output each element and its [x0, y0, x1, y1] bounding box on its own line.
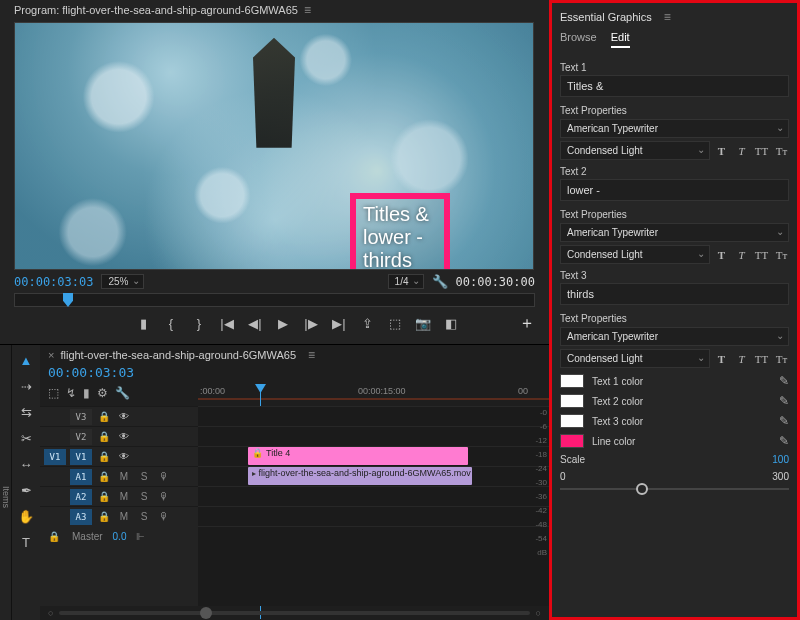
timeline-zoom-scroll[interactable]: ○○	[40, 606, 549, 620]
all-caps-button[interactable]: TT	[754, 353, 769, 365]
track-header-a1[interactable]: A1🔒MS🎙	[40, 466, 198, 486]
snap-icon[interactable]: ⬚	[48, 386, 59, 400]
panel-menu-icon[interactable]: ≡	[304, 4, 311, 16]
all-caps-button[interactable]: TT	[754, 145, 769, 157]
mic-icon[interactable]: 🎙	[156, 511, 172, 522]
text2-color-swatch[interactable]	[560, 394, 584, 408]
clip-title[interactable]: 🔒Title 4	[248, 447, 468, 465]
timeline-timecode[interactable]: 00:00:03:03	[48, 365, 134, 380]
text1-color-swatch[interactable]	[560, 374, 584, 388]
text1-input[interactable]	[560, 75, 789, 97]
razor-tool-icon[interactable]: ✂	[17, 429, 35, 447]
program-monitor[interactable]: Titles & lower - thirds	[14, 22, 534, 270]
zoom-select[interactable]: 25%	[101, 274, 143, 289]
work-area-bar[interactable]	[198, 398, 549, 400]
tab-browse[interactable]: Browse	[560, 31, 597, 48]
track-header-a3[interactable]: A3🔒MS🎙	[40, 506, 198, 526]
track-header-v2[interactable]: V2🔒👁	[40, 426, 198, 446]
eye-icon[interactable]: 👁	[116, 411, 132, 422]
lock-icon[interactable]: 🔒	[96, 451, 112, 462]
meter-icon[interactable]: ⊩	[136, 531, 145, 542]
track-header-a2[interactable]: A2🔒MS🎙	[40, 486, 198, 506]
faux-italic-button[interactable]: T	[734, 249, 749, 261]
step-fwd-button[interactable]: |▶	[302, 316, 320, 331]
go-to-out-button[interactable]: ▶|	[330, 316, 348, 331]
slider-thumb[interactable]	[636, 483, 648, 495]
font-style-select[interactable]: Condensed Light	[560, 245, 710, 264]
lock-icon[interactable]: 🔒	[96, 471, 112, 482]
current-timecode[interactable]: 00:00:03:03	[14, 275, 93, 289]
lift-button[interactable]: ⇪	[358, 316, 376, 331]
lock-icon[interactable]: 🔒	[96, 491, 112, 502]
settings-icon[interactable]: ⚙	[97, 386, 108, 400]
eyedropper-icon[interactable]: ✎	[779, 394, 789, 408]
panel-menu-icon[interactable]: ≡	[308, 349, 315, 361]
faux-bold-button[interactable]: T	[714, 145, 729, 157]
track-select-tool-icon[interactable]: ⇢	[17, 377, 35, 395]
eyedropper-icon[interactable]: ✎	[779, 414, 789, 428]
eyedropper-icon[interactable]: ✎	[779, 374, 789, 388]
lock-icon[interactable]: 🔒	[96, 411, 112, 422]
font-family-select[interactable]: American Typewriter	[560, 119, 789, 138]
faux-italic-button[interactable]: T	[734, 353, 749, 365]
eyedropper-icon[interactable]: ✎	[779, 434, 789, 448]
small-caps-button[interactable]: Tт	[774, 353, 789, 365]
faux-bold-button[interactable]: T	[714, 353, 729, 365]
panel-menu-icon[interactable]: ≡	[664, 11, 671, 23]
title-overlay-text[interactable]: Titles & lower - thirds	[363, 203, 429, 270]
text3-color-swatch[interactable]	[560, 414, 584, 428]
hand-tool-icon[interactable]: ✋	[17, 507, 35, 525]
resolution-select[interactable]: 1/4	[388, 274, 424, 289]
export-frame-button[interactable]: 📷	[414, 316, 432, 331]
zoom-thumb[interactable]	[200, 607, 212, 619]
font-style-select[interactable]: Condensed Light	[560, 141, 710, 160]
lock-icon[interactable]: 🔒	[96, 511, 112, 522]
marker-icon[interactable]: ▮	[83, 386, 90, 400]
button-editor-icon[interactable]: ＋	[519, 313, 535, 334]
lock-icon[interactable]: 🔒	[96, 431, 112, 442]
scale-slider[interactable]	[560, 488, 789, 490]
play-button[interactable]: ▶	[274, 316, 292, 331]
clip-video[interactable]: ▸ flight-over-the-sea-and-ship-aground-6…	[248, 467, 472, 485]
marker-button[interactable]: ▮	[134, 316, 152, 331]
eye-icon[interactable]: 👁	[116, 431, 132, 442]
tab-edit[interactable]: Edit	[611, 31, 630, 48]
sequence-tab[interactable]: × flight-over-the-sea-and-ship-aground-6…	[40, 345, 549, 363]
ripple-tool-icon[interactable]: ⇆	[17, 403, 35, 421]
program-playhead[interactable]	[63, 293, 73, 307]
comparison-button[interactable]: ◧	[442, 316, 460, 331]
out-point-button[interactable]: }	[190, 316, 208, 331]
step-back-button[interactable]: ◀|	[246, 316, 264, 331]
font-style-select[interactable]: Condensed Light	[560, 349, 710, 368]
lock-icon[interactable]: 🔒	[46, 531, 62, 542]
pen-tool-icon[interactable]: ✒	[17, 481, 35, 499]
linked-selection-icon[interactable]: ↯	[66, 386, 76, 400]
all-caps-button[interactable]: TT	[754, 249, 769, 261]
go-to-in-button[interactable]: |◀	[218, 316, 236, 331]
selection-tool-icon[interactable]: ▲	[17, 351, 35, 369]
extract-button[interactable]: ⬚	[386, 316, 404, 331]
eye-icon[interactable]: 👁	[116, 451, 132, 462]
master-track[interactable]: 🔒Master0.0⊩	[40, 526, 198, 546]
small-caps-button[interactable]: Tт	[774, 249, 789, 261]
mic-icon[interactable]: 🎙	[156, 471, 172, 482]
type-tool-icon[interactable]: T	[17, 533, 35, 551]
timeline-tracks[interactable]: 🔒Title 4 ▸ flight-over-the-sea-and-ship-…	[198, 406, 549, 606]
time-ruler[interactable]: :00:00 00:00:15:00 00	[198, 384, 549, 400]
slip-tool-icon[interactable]: ↔	[17, 455, 35, 473]
scale-value[interactable]: 100	[772, 454, 789, 465]
font-family-select[interactable]: American Typewriter	[560, 223, 789, 242]
text3-input[interactable]	[560, 283, 789, 305]
mic-icon[interactable]: 🎙	[156, 491, 172, 502]
program-scrub-bar[interactable]	[14, 293, 535, 307]
settings-icon[interactable]: 🔧	[432, 274, 448, 289]
faux-italic-button[interactable]: T	[734, 145, 749, 157]
wrench-icon[interactable]: 🔧	[115, 386, 130, 400]
track-header-v1[interactable]: V1V1🔒👁	[40, 446, 198, 466]
in-point-button[interactable]: {	[162, 316, 180, 331]
close-icon[interactable]: ×	[48, 349, 54, 361]
text2-input[interactable]	[560, 179, 789, 201]
small-caps-button[interactable]: Tт	[774, 145, 789, 157]
track-header-v3[interactable]: V3🔒👁	[40, 406, 198, 426]
font-family-select[interactable]: American Typewriter	[560, 327, 789, 346]
